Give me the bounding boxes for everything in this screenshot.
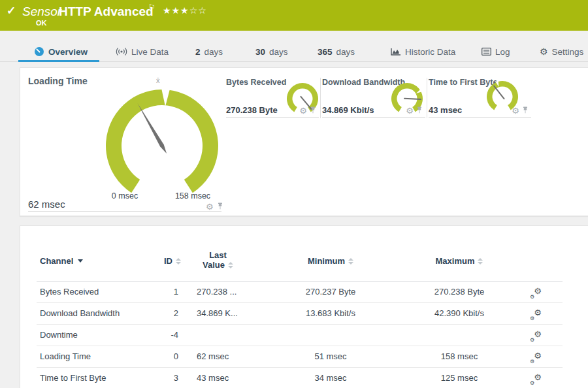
gauge-scale-max: 158 msec [172, 191, 213, 201]
maximum-value: 42.390 Kbit/s [407, 302, 512, 324]
minimum-value: 51 msec [278, 346, 383, 367]
channel-name: Downtime [40, 324, 78, 346]
channel-settings-icon[interactable]: ⚙⚙ [530, 281, 544, 302]
channel-title: Bytes Received [226, 78, 286, 87]
status-badge: OK [36, 19, 47, 27]
broadcast-icon [116, 47, 127, 56]
table-row: Loading Time 0 62 msec 51 msec 158 msec … [37, 346, 563, 368]
table-row: Downtime -4 ⚙⚙ [37, 324, 563, 346]
active-tab-underline [18, 60, 99, 62]
tab-label: days [336, 47, 355, 57]
maximum-value [407, 324, 512, 346]
tab-label: Overview [48, 47, 88, 57]
last-value: 270.238 ... [197, 281, 237, 302]
channel-tile-bytes-received: Bytes Received 270.238 Byte ⚙ [226, 74, 319, 118]
tab-number: 30 [255, 47, 265, 57]
sort-icon [228, 262, 233, 268]
table-row: Bytes Received 1 270.238 ... 270.237 Byt… [37, 281, 563, 303]
tab-label: days [204, 47, 223, 57]
table-row: Time to First Byte 3 43 msec 34 msec 125… [37, 367, 563, 388]
maximum-value: 158 msec [407, 346, 512, 367]
gauge-icon [34, 46, 44, 57]
channel-id: -4 [131, 324, 178, 346]
tab-365-days[interactable]: 365 days [318, 44, 355, 59]
column-label: Minimum [308, 256, 345, 266]
stars-filled[interactable]: ★★★ [163, 5, 189, 16]
tab-label: Historic Data [405, 47, 455, 57]
column-header-channel[interactable]: Channel [40, 256, 83, 266]
status-ok-check-icon: ✓ [7, 4, 16, 18]
channel-tile-download-bandwidth: Download Bandwidth 34.869 Kbit/s ⚙ [322, 74, 425, 118]
channel-gear-icon[interactable]: ⚙ [299, 106, 307, 115]
channel-id: 2 [131, 302, 178, 324]
pin-icon[interactable] [522, 105, 529, 116]
average-marker-label: x̄ [156, 76, 160, 84]
channel-id: 3 [131, 367, 178, 388]
tab-settings[interactable]: ⚙ Settings [540, 44, 583, 59]
column-label: Last [209, 250, 227, 260]
column-header-maximum[interactable]: Maximum [407, 256, 512, 266]
maximum-value: 270.238 Byte [407, 281, 512, 302]
minimum-value: 270.237 Byte [278, 281, 383, 302]
channel-gear-icon[interactable]: ⚙ [206, 202, 214, 211]
column-header-last-value[interactable]: Last Value [177, 250, 259, 270]
channel-value: 34.869 Kbit/s [322, 105, 374, 115]
channel-table-panel: Channel ID Last Value Minimum Maximum By… [20, 225, 588, 388]
last-value: 34.869 K... [197, 302, 238, 324]
tab-label: Live Data [131, 47, 169, 57]
column-label: Channel [40, 256, 73, 266]
channel-value: 43 msec [429, 105, 462, 115]
minimum-value: 34 msec [278, 367, 383, 388]
pin-icon[interactable] [416, 105, 423, 116]
tab-overview[interactable]: Overview [34, 44, 88, 59]
channel-name: Bytes Received [40, 281, 99, 302]
channel-gear-icon[interactable]: ⚙ [406, 106, 414, 115]
priority-stars[interactable]: ★★★☆☆ [163, 5, 207, 16]
gauge-scale-min: 0 msec [105, 191, 144, 201]
channel-settings-icon[interactable]: ⚙⚙ [530, 367, 544, 388]
channel-value: 270.238 Byte [226, 105, 278, 115]
object-kind-label: Sensor [22, 5, 61, 19]
last-value: 43 msec [197, 367, 229, 388]
divider [427, 78, 427, 118]
channel-settings-icon[interactable]: ⚙⚙ [530, 302, 544, 324]
tab-live-data[interactable]: Live Data [116, 44, 169, 59]
column-label: Maximum [436, 256, 475, 266]
channel-tile-time-to-first-byte: Time to First Byte 43 msec ⚙ [429, 74, 531, 118]
tab-bar: Overview Live Data 2 days 30 days 365 da… [0, 31, 588, 62]
channel-settings-icon[interactable]: ⚙⚙ [530, 324, 544, 346]
channel-name: Time to First Byte [40, 367, 106, 388]
primary-channel-title: Loading Time [28, 76, 88, 86]
primary-channel-value: 62 msec [28, 199, 65, 210]
channel-name: Download Bandwidth [40, 302, 120, 324]
area-chart-icon [390, 47, 401, 56]
minimum-value: 13.683 Kbit/s [278, 302, 383, 324]
gear-icon: ⚙ [540, 46, 548, 57]
last-value: 62 msec [197, 346, 229, 367]
tab-historic-data[interactable]: Historic Data [390, 44, 455, 59]
sort-icon [478, 258, 483, 265]
minimum-value [278, 324, 383, 346]
maximum-value: 125 msec [407, 367, 512, 388]
tab-log[interactable]: Log [482, 44, 510, 59]
gauges-panel: Loading Time x̄ 0 msec 158 msec 62 msec … [20, 67, 588, 216]
sort-desc-icon [78, 259, 83, 263]
channel-id: 0 [131, 346, 178, 367]
channel-gear-icon[interactable]: ⚙ [512, 106, 519, 115]
pin-icon[interactable] [310, 105, 316, 116]
tab-number: 365 [318, 47, 333, 57]
table-row: Download Bandwidth 2 34.869 K... 13.683 … [37, 302, 563, 325]
tab-label: Settings [552, 47, 584, 57]
sensor-header: ✓ Sensor HTTP Advanced ⚐ ★★★☆☆ OK [0, 0, 588, 31]
column-header-id[interactable]: ID [118, 256, 181, 266]
stars-empty[interactable]: ☆☆ [189, 5, 207, 16]
channel-settings-icon[interactable]: ⚙⚙ [530, 346, 544, 367]
page-title: HTTP Advanced [59, 5, 154, 19]
column-header-minimum[interactable]: Minimum [278, 256, 383, 266]
tab-30-days[interactable]: 30 days [255, 44, 288, 59]
tab-label: Log [495, 47, 510, 57]
tab-label: days [269, 47, 288, 57]
tab-2-days[interactable]: 2 days [195, 44, 223, 59]
flag-icon[interactable]: ⚐ [148, 3, 155, 12]
channel-name: Loading Time [40, 346, 91, 367]
